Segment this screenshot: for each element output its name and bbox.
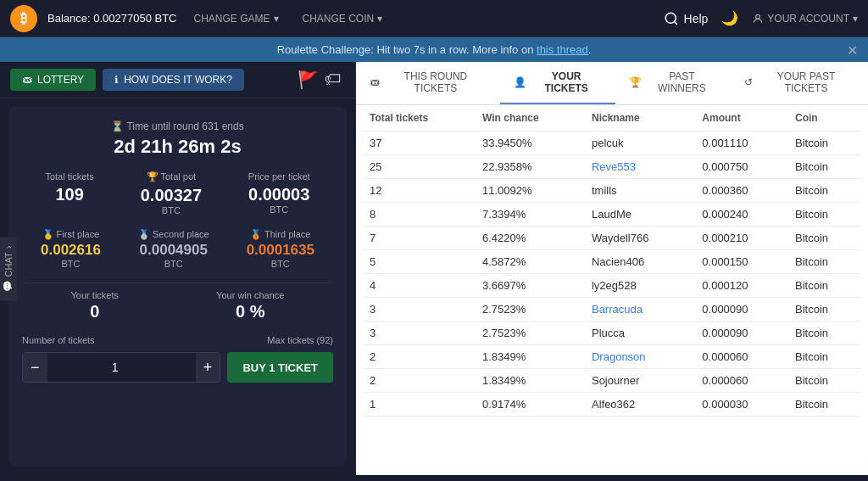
dark-mode-toggle[interactable]: 🌙 xyxy=(721,10,738,26)
cell-amount: 0.000030 xyxy=(695,393,788,417)
navbar: ₿ Balance: 0.00277050 BTC CHANGE GAME ▾ … xyxy=(0,0,868,37)
cell-nickname[interactable]: Dragonson xyxy=(585,345,695,369)
cell-tickets: 1 xyxy=(363,393,476,417)
banner-close-button[interactable]: ✕ xyxy=(847,42,858,58)
cell-amount: 0.000090 xyxy=(695,322,788,345)
col-win-chance: Win chance xyxy=(476,105,585,131)
svg-line-1 xyxy=(674,21,676,24)
col-amount: Amount xyxy=(695,105,788,131)
cell-win-chance: 22.9358% xyxy=(476,155,585,179)
decrease-button[interactable]: − xyxy=(23,353,47,382)
cell-win-chance: 3.6697% xyxy=(476,274,585,298)
ticket-quantity-input[interactable] xyxy=(47,353,196,382)
how-does-it-work-button[interactable]: ℹ HOW DOES IT WORK? xyxy=(103,69,244,91)
cell-nickname: Alfeo362 xyxy=(585,393,695,417)
chevron-down-icon: ▾ xyxy=(377,13,382,25)
left-top-bar: 🎟 LOTTERY ℹ HOW DOES IT WORK? 🚩 🏷 xyxy=(0,62,355,98)
history-icon: ↺ xyxy=(744,76,753,88)
svg-point-2 xyxy=(756,14,760,19)
navbar-right: Help 🌙 YOUR ACCOUNT ▾ xyxy=(664,10,858,26)
cell-amount: 0.001110 xyxy=(695,131,788,155)
third-place-prize: 🥉 Third place 0.0001635 BTC xyxy=(247,229,314,269)
table-row: 5 4.5872% Nacien406 0.000150 Bitcoin xyxy=(363,250,861,274)
cell-amount: 0.000120 xyxy=(695,274,788,298)
col-total-tickets: Total tickets xyxy=(363,105,476,131)
cell-nickname[interactable]: Reve553 xyxy=(585,155,695,179)
prizes-row: 🥇 First place 0.002616 BTC 🥈 Second plac… xyxy=(22,229,333,269)
main-layout: 💬 CHAT › 🎟 LOTTERY ℹ HOW DOES IT WORK? 🚩… xyxy=(0,62,868,475)
tickets-table-container: Total tickets Win chance Nickname Amount… xyxy=(356,105,868,475)
chat-icon: 💬 xyxy=(3,280,14,292)
tab-your-tickets[interactable]: 👤 YOUR TICKETS xyxy=(500,62,615,104)
cell-win-chance: 33.9450% xyxy=(476,131,585,155)
table-row: 8 7.3394% LaudMe 0.000240 Bitcoin xyxy=(363,203,861,227)
table-row: 37 33.9450% pelcuk 0.001110 Bitcoin xyxy=(363,131,861,155)
table-row: 1 0.9174% Alfeo362 0.000030 Bitcoin xyxy=(363,393,861,417)
change-coin-button[interactable]: CHANGE COIN ▾ xyxy=(296,9,390,28)
price-per-ticket-stat: Price per ticket 0.00003 BTC xyxy=(248,171,310,215)
cell-coin: Bitcoin xyxy=(788,155,861,179)
table-row: 3 2.7523% Plucca 0.000090 Bitcoin xyxy=(363,322,861,345)
cell-nickname: Nacien406 xyxy=(585,250,695,274)
cell-amount: 0.000210 xyxy=(695,227,788,250)
col-coin: Coin xyxy=(788,105,861,131)
banner-link[interactable]: this thread xyxy=(537,43,588,56)
cell-tickets: 25 xyxy=(363,155,476,179)
chat-tab[interactable]: 💬 CHAT › xyxy=(0,237,17,300)
your-win-chance-stat: Your win chance 0 % xyxy=(216,290,284,322)
cell-tickets: 12 xyxy=(363,179,476,203)
cell-win-chance: 0.9174% xyxy=(476,393,585,417)
flag-icon[interactable]: 🚩 xyxy=(298,70,318,90)
chevron-down-icon: ▾ xyxy=(274,13,279,25)
divider xyxy=(22,282,333,283)
cell-tickets: 8 xyxy=(363,203,476,227)
cell-coin: Bitcoin xyxy=(788,345,861,369)
cell-amount: 0.000060 xyxy=(695,369,788,393)
user-icon xyxy=(752,13,764,25)
info-icon: ℹ xyxy=(114,74,119,86)
tab-this-round[interactable]: 🎟 THIS ROUND TICKETS xyxy=(356,62,500,104)
cell-nickname[interactable]: Barracuda xyxy=(585,298,695,322)
cell-coin: Bitcoin xyxy=(788,227,861,250)
chevron-right-icon: › xyxy=(3,245,13,249)
cell-tickets: 3 xyxy=(363,322,476,345)
cell-tickets: 37 xyxy=(363,131,476,155)
help-button[interactable]: Help xyxy=(664,11,709,26)
account-menu[interactable]: YOUR ACCOUNT ▾ xyxy=(752,13,858,25)
ticket-icon: 🎟 xyxy=(22,74,32,86)
timer-label: ⏳ Time until round 631 ends xyxy=(22,120,333,132)
ticket-stepper[interactable]: − + xyxy=(22,352,220,383)
change-game-button[interactable]: CHANGE GAME ▾ xyxy=(187,9,286,28)
ticket-icon: 🎟 xyxy=(370,76,380,88)
icon-row: 🚩 🏷 xyxy=(298,70,345,90)
cell-tickets: 2 xyxy=(363,345,476,369)
total-tickets-stat: Total tickets 109 xyxy=(45,171,93,215)
table-row: 4 3.6697% ly2eg528 0.000120 Bitcoin xyxy=(363,274,861,298)
buy-ticket-button[interactable]: BUY 1 TICKET xyxy=(227,352,333,383)
tab-your-past-tickets[interactable]: ↺ YOUR PAST TICKETS xyxy=(731,62,868,104)
cell-amount: 0.000750 xyxy=(695,155,788,179)
cell-coin: Bitcoin xyxy=(788,179,861,203)
cell-tickets: 7 xyxy=(363,227,476,250)
tab-past-winners[interactable]: 🏆 PAST WINNERS xyxy=(615,62,732,104)
lottery-info-box: ⏳ Time until round 631 ends 2d 21h 26m 2… xyxy=(8,107,347,467)
trophy-icon: 🏆 xyxy=(629,76,642,88)
cell-coin: Bitcoin xyxy=(788,369,861,393)
cell-coin: Bitcoin xyxy=(788,322,861,345)
table-header-row: Total tickets Win chance Nickname Amount… xyxy=(363,105,861,131)
tickets-table: Total tickets Win chance Nickname Amount… xyxy=(363,105,861,417)
cell-coin: Bitcoin xyxy=(788,203,861,227)
lottery-button[interactable]: 🎟 LOTTERY xyxy=(10,69,96,91)
tag-icon[interactable]: 🏷 xyxy=(325,70,345,90)
cell-amount: 0.000360 xyxy=(695,179,788,203)
stats-row: Total tickets 109 🏆 Total pot 0.00327 BT… xyxy=(22,171,333,215)
increase-button[interactable]: + xyxy=(196,353,220,382)
cell-win-chance: 6.4220% xyxy=(476,227,585,250)
cell-nickname: ly2eg528 xyxy=(585,274,695,298)
search-icon xyxy=(664,11,679,26)
cell-coin: Bitcoin xyxy=(788,131,861,155)
total-pot-stat: 🏆 Total pot 0.00327 BTC xyxy=(141,171,202,215)
announcement-banner: Roulette Challenge: Hit two 7s in a row.… xyxy=(0,37,868,62)
col-nickname: Nickname xyxy=(585,105,695,131)
first-place-prize: 🥇 First place 0.002616 BTC xyxy=(41,229,101,269)
